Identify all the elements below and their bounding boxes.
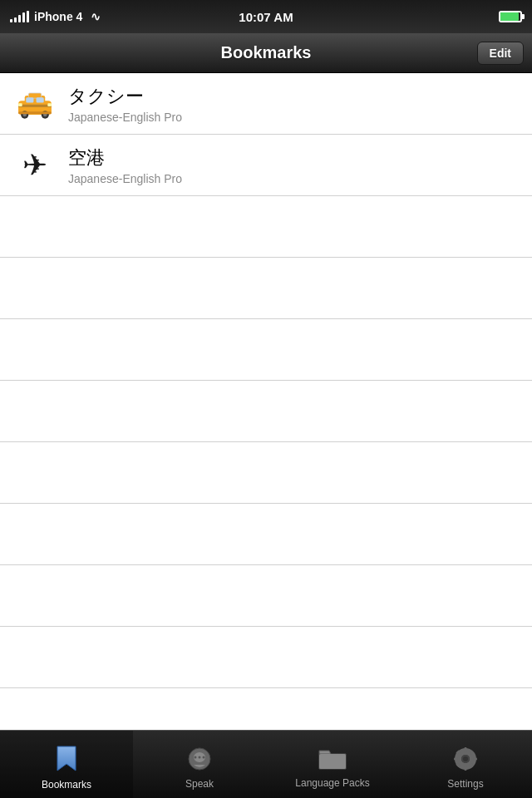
nav-title: Bookmarks (221, 43, 312, 62)
empty-row (0, 196, 532, 258)
tab-settings-label: Settings (447, 778, 483, 790)
bookmark-subtitle-1: Japanese-English Pro (68, 111, 182, 124)
svg-rect-24 (473, 757, 477, 760)
svg-rect-22 (465, 766, 467, 771)
battery-icon (499, 11, 522, 22)
tab-bar: Bookmarks Speak Language Packs (0, 730, 532, 798)
list-item[interactable]: ✈ 空港 Japanese-English Pro (0, 135, 532, 196)
gear-tab-icon (453, 746, 478, 775)
svg-rect-9 (18, 104, 52, 106)
svg-rect-23 (454, 757, 458, 760)
svg-rect-2 (28, 92, 41, 97)
bookmark-title-1: タクシー (68, 84, 182, 109)
status-bar: iPhone 4 ∿ 10:07 AM (0, 0, 532, 33)
svg-point-16 (199, 756, 201, 758)
svg-rect-18 (319, 754, 346, 769)
bookmark-title-2: 空港 (68, 145, 182, 170)
speak-tab-icon (187, 746, 212, 775)
empty-row (0, 319, 532, 381)
taxi-icon (13, 82, 57, 126)
svg-rect-21 (465, 747, 467, 751)
empty-row (0, 442, 532, 504)
tab-bookmarks-label: Bookmarks (42, 779, 91, 791)
empty-row (0, 381, 532, 442)
status-left: iPhone 4 ∿ (10, 10, 101, 23)
svg-point-30 (463, 756, 468, 761)
item-text-1: タクシー Japanese-English Pro (68, 84, 182, 124)
bookmark-tab-icon (56, 746, 77, 776)
edit-button[interactable]: Edit (477, 42, 524, 65)
folder-tab-icon (318, 747, 347, 774)
tab-language-packs-label: Language Packs (295, 777, 369, 789)
bookmark-subtitle-2: Japanese-English Pro (68, 172, 182, 185)
svg-rect-3 (26, 97, 33, 102)
item-text-2: 空港 Japanese-English Pro (68, 145, 182, 185)
nav-bar: Bookmarks Edit (0, 33, 532, 73)
tab-speak[interactable]: Speak (133, 731, 266, 798)
tab-settings[interactable]: Settings (399, 731, 532, 798)
empty-row (0, 627, 532, 688)
svg-point-17 (203, 756, 205, 758)
wifi-icon: ∿ (91, 10, 101, 23)
carrier-label: iPhone 4 (34, 10, 82, 23)
empty-row (0, 504, 532, 565)
tab-bookmarks[interactable]: Bookmarks (0, 731, 133, 798)
svg-rect-4 (37, 97, 44, 102)
status-right (499, 11, 522, 22)
bookmarks-list: タクシー Japanese-English Pro ✈ 空港 Japanese-… (0, 73, 532, 730)
svg-rect-11 (47, 103, 52, 106)
tab-speak-label: Speak (185, 778, 214, 790)
empty-row (0, 258, 532, 319)
tab-language-packs[interactable]: Language Packs (266, 731, 399, 798)
time-display: 10:07 AM (239, 10, 293, 24)
airplane-symbol: ✈ (22, 148, 47, 183)
svg-rect-10 (18, 103, 22, 106)
svg-point-15 (195, 756, 197, 758)
battery-fill (500, 12, 519, 21)
signal-bars (10, 11, 29, 22)
empty-row (0, 565, 532, 627)
plane-icon: ✈ (13, 144, 57, 187)
svg-rect-12 (18, 111, 52, 114)
list-item[interactable]: タクシー Japanese-English Pro (0, 73, 532, 135)
